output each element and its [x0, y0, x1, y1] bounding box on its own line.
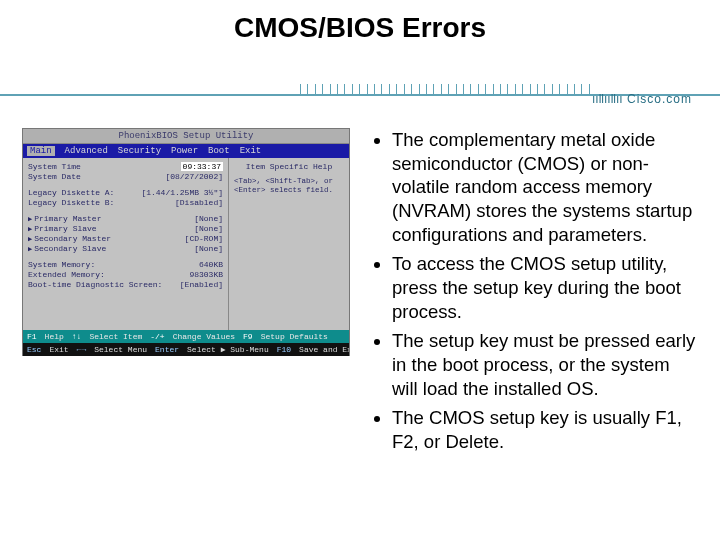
- value-primary-slave: [None]: [194, 224, 223, 233]
- bios-footer: F1Help ↑↓Select Item -/+Change Values F9…: [23, 330, 349, 356]
- bios-menu-security: Security: [118, 146, 161, 156]
- bios-menu-boot: Boot: [208, 146, 230, 156]
- key-f10-text: Save and Exit: [299, 345, 349, 354]
- key-f10: F10: [277, 345, 291, 354]
- key-enter-text: Select ▶ Sub-Menu: [187, 345, 269, 354]
- key-esc: Esc: [27, 345, 41, 354]
- header-rule: ııllııllıı Cisco.com: [0, 78, 720, 110]
- bios-menu-advanced: Advanced: [65, 146, 108, 156]
- list-item: To access the CMOS setup utility, press …: [392, 252, 696, 323]
- key-lr-text: Select Menu: [94, 345, 147, 354]
- key-plusminus-text: Change Values: [173, 332, 235, 341]
- bios-menu-main: Main: [27, 146, 55, 156]
- bios-main-panel: System Time09:33:37 System Date[08/27/20…: [23, 158, 229, 330]
- value-secondary-master: [CD-ROM]: [185, 234, 223, 243]
- list-item: The setup key must be pressed early in t…: [392, 329, 696, 400]
- key-arrows: ↑↓: [72, 332, 82, 341]
- brand-logo: ııllııllıı Cisco.com: [592, 92, 692, 106]
- value-diskette-b: [Disabled]: [175, 198, 223, 207]
- bios-help-panel: Item Specific Help <Tab>, <Shift-Tab>, o…: [229, 158, 349, 330]
- key-esc-text: Exit: [49, 345, 68, 354]
- help-body: <Tab>, <Shift-Tab>, or <Enter> selects f…: [234, 177, 344, 196]
- bullet-list: The complementary metal oxide semiconduc…: [372, 128, 696, 460]
- value-extended-memory: 98303KB: [189, 270, 223, 279]
- key-enter: Enter: [155, 345, 179, 354]
- key-plusminus: -/+: [150, 332, 164, 341]
- label-system-date: System Date: [28, 172, 81, 181]
- list-item: The CMOS setup key is usually F1, F2, or…: [392, 406, 696, 453]
- bios-body: System Time09:33:37 System Date[08/27/20…: [23, 158, 349, 330]
- slide: CMOS/BIOS Errors ııllııllıı Cisco.com Ph…: [0, 0, 720, 540]
- key-lr: ←→: [77, 345, 87, 354]
- brand-text: Cisco.com: [627, 92, 692, 106]
- key-f9: F9: [243, 332, 253, 341]
- label-system-memory: System Memory:: [28, 260, 95, 269]
- label-diskette-a: Legacy Diskette A:: [28, 188, 114, 197]
- help-title: Item Specific Help: [234, 162, 344, 171]
- rule-ticks: [300, 84, 590, 94]
- label-diag-screen: Boot-time Diagnostic Screen:: [28, 280, 162, 289]
- bios-menu-exit: Exit: [240, 146, 262, 156]
- label-extended-memory: Extended Memory:: [28, 270, 105, 279]
- value-diskette-a: [1.44/1.25MB 3½"]: [141, 188, 223, 197]
- label-primary-master: Primary Master: [28, 214, 101, 223]
- value-system-memory: 640KB: [199, 260, 223, 269]
- label-secondary-slave: Secondary Slave: [28, 244, 106, 253]
- list-item: The complementary metal oxide semiconduc…: [392, 128, 696, 246]
- value-secondary-slave: [None]: [194, 244, 223, 253]
- bios-footer-row2: EscExit ←→Select Menu EnterSelect ▶ Sub-…: [23, 343, 349, 356]
- key-f9-text: Setup Defaults: [261, 332, 328, 341]
- label-diskette-b: Legacy Diskette B:: [28, 198, 114, 207]
- value-diag-screen: [Enabled]: [180, 280, 223, 289]
- label-secondary-master: Secondary Master: [28, 234, 111, 243]
- bios-menu-power: Power: [171, 146, 198, 156]
- label-primary-slave: Primary Slave: [28, 224, 97, 233]
- bios-screenshot: PhoenixBIOS Setup Utility Main Advanced …: [22, 128, 350, 356]
- label-system-time: System Time: [28, 162, 81, 171]
- key-arrows-text: Select Item: [89, 332, 142, 341]
- value-primary-master: [None]: [194, 214, 223, 223]
- value-system-date: [08/27/2002]: [165, 172, 223, 181]
- page-title: CMOS/BIOS Errors: [0, 12, 720, 44]
- bios-window-title: PhoenixBIOS Setup Utility: [23, 129, 349, 144]
- bios-footer-row1: F1Help ↑↓Select Item -/+Change Values F9…: [23, 330, 349, 343]
- value-system-time: 09:33:37: [181, 162, 223, 171]
- key-f1: F1: [27, 332, 37, 341]
- bios-menubar: Main Advanced Security Power Boot Exit: [23, 144, 349, 158]
- brand-bars-icon: ııllııllıı: [592, 92, 623, 106]
- key-f1-text: Help: [45, 332, 64, 341]
